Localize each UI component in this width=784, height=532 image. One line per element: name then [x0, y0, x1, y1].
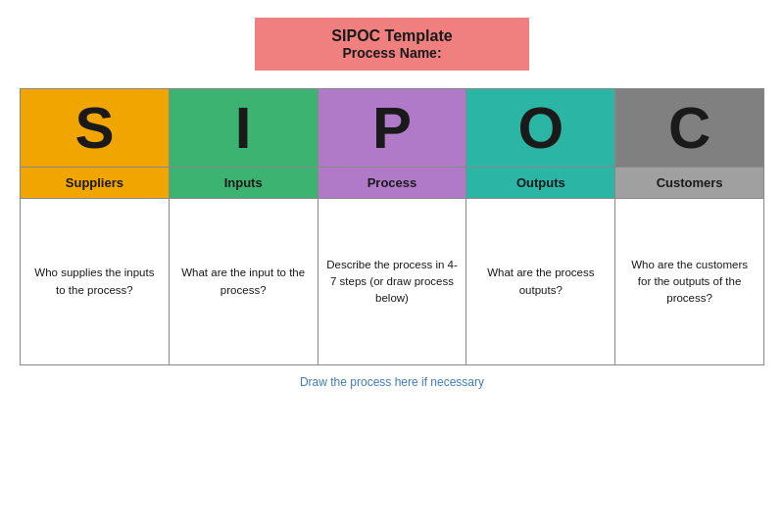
label-cell-i: Inputs [169, 168, 318, 199]
content-cell-i: What are the input to the process? [169, 199, 318, 365]
letter-cell-c: C [615, 89, 764, 168]
content-row: Who supplies the inputs to the process?W… [21, 199, 764, 365]
label-cell-o: Outputs [466, 168, 615, 199]
content-cell-o: What are the process outputs? [466, 199, 615, 365]
title-box: SIPOC Template Process Name: [255, 18, 529, 71]
content-cell-s: Who supplies the inputs to the process? [21, 199, 170, 365]
sipoc-table: SIPOC SuppliersInputsProcessOutputsCusto… [20, 88, 764, 365]
letter-cell-p: P [318, 89, 466, 168]
sub-title: Process Name: [294, 45, 490, 61]
letter-cell-s: S [21, 89, 170, 168]
letter-row: SIPOC [21, 89, 764, 168]
label-cell-s: Suppliers [21, 168, 170, 199]
content-cell-p: Describe the process in 4-7 steps (or dr… [318, 199, 466, 365]
footer-text: Draw the process here if necessary [300, 375, 484, 389]
content-cell-c: Who are the customers for the outputs of… [615, 199, 764, 365]
letter-cell-i: I [169, 89, 318, 168]
label-cell-p: Process [318, 168, 466, 199]
label-row: SuppliersInputsProcessOutputsCustomers [21, 168, 764, 199]
letter-cell-o: O [466, 89, 615, 168]
page-wrapper: SIPOC Template Process Name: SIPOC Suppl… [0, 0, 784, 532]
label-cell-c: Customers [615, 168, 764, 199]
main-title: SIPOC Template [294, 27, 490, 45]
